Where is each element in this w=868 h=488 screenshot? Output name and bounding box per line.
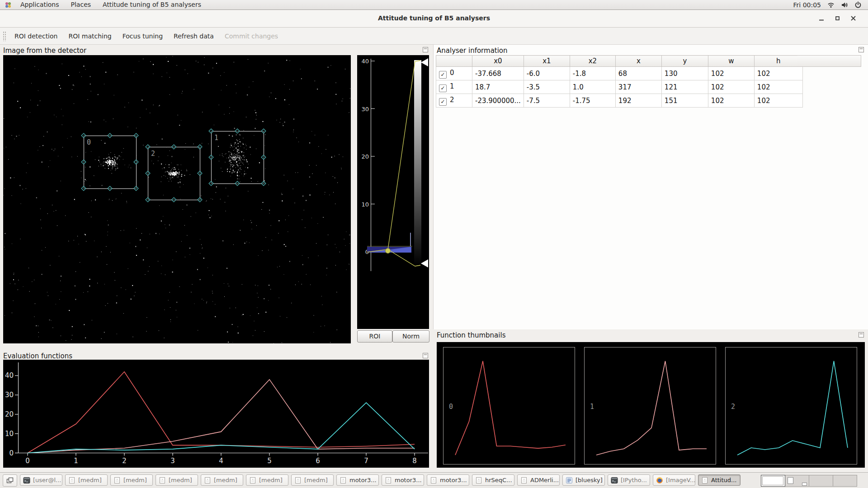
app-icon — [159, 477, 166, 484]
menu-bar-status-area: Fri 00:05 — [793, 1, 868, 9]
workspace-4[interactable] — [833, 475, 857, 487]
taskbar-button-label: Attitud... — [711, 477, 736, 483]
column-header-select[interactable] — [436, 56, 472, 67]
volume-icon[interactable] — [841, 1, 848, 9]
column-header-x0[interactable]: x0 — [472, 56, 524, 67]
curve-handle[interactable] — [386, 249, 391, 253]
taskbar-button-motor3[interactable]: motor3... — [427, 474, 469, 486]
workspace-3[interactable] — [809, 475, 833, 487]
function-thumbnail-0[interactable]: 0 — [443, 347, 575, 465]
row-checkbox[interactable]: ✓ — [439, 84, 447, 92]
app-icon — [204, 477, 211, 484]
toolbar-button-roi-matching[interactable]: ROI matching — [63, 28, 117, 44]
toolbar-button-roi-detection[interactable]: ROI detection — [9, 28, 63, 44]
taskbar-button-label: [medm] — [214, 477, 237, 483]
minimize-icon[interactable] — [819, 15, 825, 21]
roi-label: 1 — [214, 134, 218, 142]
function-thumbnail-2[interactable]: 2 — [725, 347, 857, 465]
desktop: ApplicationsPlacesAttitude tuning of B5 … — [0, 0, 868, 488]
column-header-x2[interactable]: x2 — [570, 56, 615, 67]
colormap-tick-label: 40 — [361, 58, 369, 65]
table-cell: 68 — [615, 67, 661, 80]
toolbar-button-focus-tuning[interactable]: Focus tuning — [117, 28, 168, 44]
taskbar-button-imagev[interactable]: [ImageV... — [653, 474, 695, 486]
table-row[interactable]: ✓2-23.900000...-7.5-1.75192151102102 — [436, 94, 803, 108]
evaluation-panel-detach-icon[interactable] — [422, 352, 429, 358]
taskbar-button-label: ADMerli... — [530, 477, 559, 483]
taskbar-button-label: [medm] — [78, 477, 102, 483]
column-header-x[interactable]: x — [615, 56, 661, 67]
row-checkbox[interactable]: ✓ — [439, 71, 447, 79]
table-cell: -23.900000... — [472, 94, 524, 108]
show-desktop-button[interactable] — [3, 474, 17, 487]
analyser-panel-detach-icon[interactable] — [858, 46, 864, 52]
row-checkbox[interactable]: ✓ — [439, 98, 447, 106]
taskbar-button-label: motor3... — [349, 477, 377, 483]
analyser-table-header-spacer — [797, 55, 861, 67]
menu-applications[interactable]: Applications — [14, 1, 65, 8]
table-cell: 102 — [754, 80, 802, 94]
bluesky-icon — [566, 477, 573, 484]
toolbar-button-commit-changes[interactable]: Commit changes — [219, 28, 283, 44]
toolbar-drag-handle[interactable] — [3, 31, 6, 41]
maximize-icon[interactable] — [835, 15, 840, 21]
thumbnail-plot-1: 1 — [585, 347, 716, 464]
network-icon[interactable] — [827, 1, 835, 9]
table-cell: -7.5 — [524, 94, 570, 108]
detector-image-plot[interactable]: 021 — [3, 55, 351, 343]
taskbar-button-medm[interactable]: [medm] — [65, 474, 108, 486]
taskbar-button-medm[interactable]: [medm] — [110, 474, 153, 486]
row-id: 2 — [450, 96, 454, 104]
detector-panel-detach-icon[interactable] — [422, 46, 429, 52]
column-header-x1[interactable]: x1 — [524, 56, 570, 67]
taskbar-button-motor3[interactable]: motor3... — [336, 474, 379, 486]
thumbnails-panel-title: Function thumbnails — [437, 331, 505, 339]
table-row[interactable]: ✓118.7-3.51.0317121102102 — [436, 80, 803, 94]
taskbar-button-medm[interactable]: [medm] — [201, 474, 243, 486]
taskbar-button-userl[interactable]: [user@l... — [20, 474, 62, 486]
table-cell: 121 — [661, 80, 708, 94]
taskbar-button-label: motor3... — [395, 477, 422, 483]
taskbar-button-label: [medm] — [123, 477, 147, 483]
taskbar-button-medm[interactable]: [medm] — [246, 474, 288, 486]
close-icon[interactable] — [850, 15, 856, 21]
column-header-w[interactable]: w — [708, 56, 754, 67]
table-cell: -1.8 — [570, 67, 615, 80]
workspace-2[interactable] — [785, 475, 809, 487]
column-header-h[interactable]: h — [754, 56, 802, 67]
taskbar-button-bluesky[interactable]: [bluesky] — [562, 474, 605, 486]
roi-button[interactable]: ROI — [357, 330, 392, 343]
task-button-list: [user@l...[medm][medm][medm][medm][medm]… — [20, 474, 741, 486]
row-select-cell: ✓1 — [436, 80, 472, 94]
window-titlebar[interactable]: Attitude tuning of B5 analysers — [0, 10, 868, 28]
column-header-y[interactable]: y — [661, 56, 708, 67]
menu-attitude-tuning-of-b5-analysers[interactable]: Attitude tuning of B5 analysers — [97, 1, 207, 8]
power-icon[interactable] — [854, 1, 862, 9]
thumbnails-panel-detach-icon[interactable] — [858, 331, 864, 338]
taskbar-button-motor3[interactable]: motor3... — [382, 474, 424, 486]
colormap-editor[interactable]: 010203040 — [357, 55, 429, 329]
taskbar-button-ipytho[interactable]: [IPytho... — [608, 474, 650, 486]
colormap-histogram[interactable]: 010203040 — [357, 55, 429, 329]
taskbar-button-medm[interactable]: [medm] — [156, 474, 198, 486]
menu-places[interactable]: Places — [65, 1, 97, 8]
clock[interactable]: Fri 00:05 — [793, 1, 821, 9]
thumbnail-plot-2: 2 — [726, 347, 857, 464]
y-tick-label: 0 — [9, 449, 14, 457]
taskbar-button-attitud[interactable]: Attitud... — [698, 474, 741, 486]
analyser-table[interactable]: x0x1x2xywh✓0-37.668-6.0-1.868130102102✓1… — [436, 55, 803, 108]
norm-button[interactable]: Norm — [392, 330, 429, 343]
workspace-1[interactable] — [761, 475, 785, 487]
y-tick-label: 30 — [5, 391, 14, 399]
taskbar-button-admerli[interactable]: ADMerli... — [517, 474, 560, 486]
toolbar-button-refresh-data[interactable]: Refresh data — [168, 28, 219, 44]
table-row[interactable]: ✓0-37.668-6.0-1.868130102102 — [436, 67, 803, 80]
taskbar-button-hrseqc[interactable]: hrSeqC... — [472, 474, 514, 486]
workspace-switcher — [761, 475, 857, 487]
taskbar-button-medm[interactable]: [medm] — [291, 474, 334, 486]
y-tick-label: 10 — [5, 430, 14, 438]
thumbnail-label: 0 — [449, 403, 453, 411]
distro-logo-icon[interactable] — [5, 1, 12, 9]
detector-image[interactable]: 021 — [3, 55, 351, 343]
function-thumbnail-1[interactable]: 1 — [584, 347, 716, 465]
